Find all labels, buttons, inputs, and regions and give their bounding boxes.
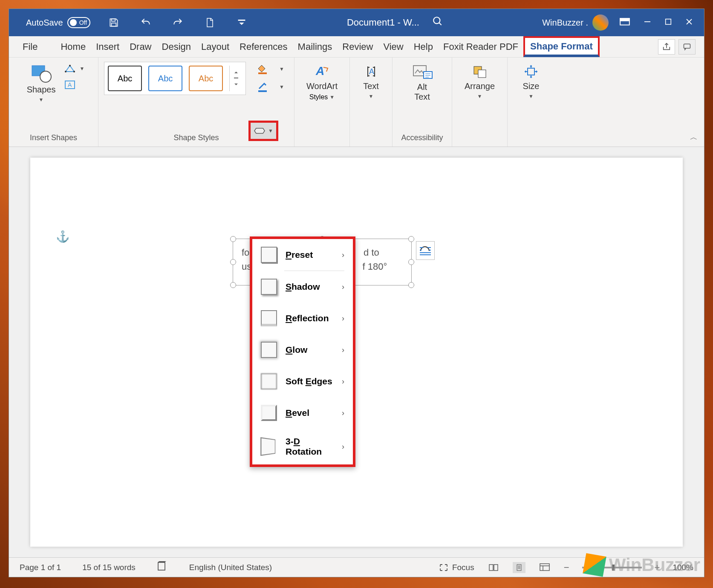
shape-effects-button[interactable]: ▼ bbox=[248, 121, 278, 141]
size-button[interactable]: Size ▼ bbox=[519, 62, 544, 101]
tab-review[interactable]: Review bbox=[337, 36, 378, 57]
svg-rect-20 bbox=[258, 72, 267, 74]
group-insert-shapes: Shapes ▼ ▼ A Insert Shapes bbox=[9, 58, 98, 147]
svg-rect-5 bbox=[620, 18, 629, 20]
svg-rect-44 bbox=[540, 564, 549, 571]
svg-rect-0 bbox=[111, 19, 115, 21]
print-layout-button[interactable] bbox=[513, 562, 525, 573]
tab-shape-format[interactable]: Shape Format bbox=[523, 36, 600, 57]
group-wordart: A WordArt Styles▼ bbox=[294, 58, 350, 147]
resize-handle[interactable] bbox=[408, 259, 414, 265]
resize-handle[interactable] bbox=[230, 236, 236, 242]
text-button[interactable]: A Text ▼ bbox=[359, 62, 383, 101]
titlebar: AutoSave Off Document1 - W... WinBuzzer … bbox=[9, 9, 704, 36]
effect-bevel[interactable]: Bevel › bbox=[252, 397, 353, 429]
layout-options-button[interactable] bbox=[416, 241, 435, 260]
tab-draw[interactable]: Draw bbox=[124, 36, 156, 57]
rotation-icon bbox=[260, 437, 275, 456]
tab-mailings[interactable]: Mailings bbox=[293, 36, 338, 57]
svg-point-3 bbox=[433, 17, 440, 23]
gallery-more-button[interactable] bbox=[229, 66, 242, 91]
window-controls bbox=[609, 17, 693, 28]
resize-handle[interactable] bbox=[408, 236, 414, 242]
tab-file[interactable]: File bbox=[17, 36, 43, 57]
resize-handle[interactable] bbox=[230, 259, 236, 265]
tab-help[interactable]: Help bbox=[409, 36, 438, 57]
svg-marker-13 bbox=[66, 66, 74, 72]
zoom-out-button[interactable]: − bbox=[564, 562, 569, 573]
effect-3d-rotation[interactable]: 3-D Rotation › bbox=[252, 429, 353, 464]
svg-rect-25 bbox=[424, 72, 432, 78]
page-indicator[interactable]: Page 1 of 1 bbox=[20, 563, 61, 572]
search-icon[interactable] bbox=[432, 16, 443, 29]
focus-mode-button[interactable]: Focus bbox=[439, 563, 474, 572]
tab-view[interactable]: View bbox=[378, 36, 408, 57]
svg-rect-40 bbox=[517, 565, 521, 571]
toggle-switch[interactable]: Off bbox=[67, 17, 90, 28]
soft-edges-icon bbox=[261, 373, 277, 389]
svg-point-12 bbox=[40, 71, 51, 82]
rotation-label: 3-D Rotation bbox=[286, 436, 333, 457]
effect-glow[interactable]: Glow › bbox=[252, 334, 353, 366]
tab-references[interactable]: References bbox=[234, 36, 293, 57]
word-count[interactable]: 15 of 15 words bbox=[82, 563, 136, 572]
user-avatar[interactable] bbox=[592, 14, 609, 31]
tab-home[interactable]: Home bbox=[55, 36, 91, 57]
shape-style-gallery[interactable]: Abc Abc Abc bbox=[104, 62, 246, 95]
maximize-icon[interactable] bbox=[664, 18, 672, 27]
chevron-right-icon: › bbox=[342, 251, 344, 259]
text-label: Text bbox=[363, 81, 379, 91]
web-layout-button[interactable] bbox=[538, 562, 551, 573]
tab-layout[interactable]: Layout bbox=[196, 36, 234, 57]
effect-reflection[interactable]: Reflection › bbox=[252, 303, 353, 334]
page[interactable]: ⚓ for uxxxxxxxxxxxxxxxxxxxxxxd to use xx… bbox=[30, 158, 683, 547]
read-mode-button[interactable] bbox=[487, 562, 500, 573]
text-box-button[interactable]: A bbox=[64, 80, 84, 90]
language-indicator[interactable]: English (United States) bbox=[189, 563, 272, 572]
svg-rect-19 bbox=[234, 78, 238, 78]
document-area[interactable]: ⚓ for uxxxxxxxxxxxxxxxxxxxxxxd to use xx… bbox=[9, 147, 704, 557]
collapse-ribbon-button[interactable]: ︿ bbox=[690, 132, 698, 142]
autosave-toggle[interactable]: AutoSave Off bbox=[26, 17, 90, 28]
style-swatch-1[interactable]: Abc bbox=[108, 66, 142, 91]
chevron-right-icon: › bbox=[342, 377, 344, 386]
svg-point-16 bbox=[73, 71, 75, 72]
size-label: Size bbox=[523, 81, 540, 91]
preset-label: PPresetreset bbox=[286, 250, 333, 260]
minimize-icon[interactable] bbox=[643, 17, 652, 28]
comments-button[interactable] bbox=[678, 39, 696, 55]
save-icon[interactable] bbox=[107, 16, 120, 29]
style-swatch-2[interactable]: Abc bbox=[148, 66, 182, 91]
redo-icon[interactable] bbox=[171, 16, 184, 29]
svg-rect-7 bbox=[666, 19, 671, 25]
wordart-styles-button[interactable]: A WordArt Styles▼ bbox=[302, 62, 342, 103]
effect-shadow[interactable]: Shadow › bbox=[252, 271, 353, 303]
effect-soft-edges[interactable]: Soft Edges › bbox=[252, 366, 353, 397]
tab-insert[interactable]: Insert bbox=[91, 36, 124, 57]
qat-customize-icon[interactable] bbox=[235, 16, 248, 29]
shapes-button[interactable]: Shapes ▼ bbox=[23, 62, 60, 105]
close-icon[interactable] bbox=[685, 17, 693, 28]
share-button[interactable] bbox=[658, 39, 675, 55]
soft-edges-label: Soft Edges bbox=[286, 376, 333, 386]
alt-text-button[interactable]: Alt Text bbox=[407, 62, 437, 104]
effect-preset[interactable]: PPresetreset › bbox=[252, 239, 353, 271]
tab-foxit[interactable]: Foxit Reader PDF bbox=[438, 36, 523, 57]
new-doc-icon[interactable] bbox=[203, 16, 216, 29]
tab-design[interactable]: Design bbox=[157, 36, 196, 57]
ribbon-display-icon[interactable] bbox=[619, 17, 630, 28]
style-swatch-3[interactable]: Abc bbox=[189, 66, 223, 91]
shape-outline-button[interactable]: ▼ bbox=[257, 82, 284, 92]
undo-icon[interactable] bbox=[139, 16, 152, 29]
spellcheck-icon[interactable] bbox=[157, 561, 168, 574]
arrange-button[interactable]: Arrange ▼ bbox=[460, 62, 499, 101]
shapes-label: Shapes bbox=[27, 85, 56, 95]
resize-handle[interactable] bbox=[230, 282, 236, 288]
edit-shape-button[interactable]: ▼ bbox=[64, 64, 84, 73]
reflection-icon bbox=[261, 310, 277, 326]
svg-rect-31 bbox=[528, 68, 534, 75]
group-size: Size ▼ bbox=[508, 58, 554, 147]
group-arrange: Arrange ▼ bbox=[452, 58, 508, 147]
shape-fill-button[interactable]: ▼ bbox=[257, 64, 284, 74]
resize-handle[interactable] bbox=[408, 282, 414, 288]
